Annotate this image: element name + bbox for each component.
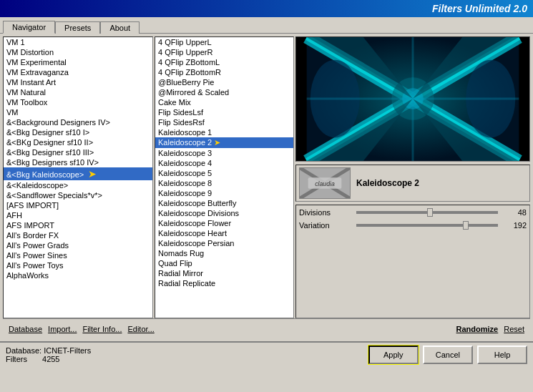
param-row: Variation192 — [299, 221, 527, 230]
slider-thumb[interactable] — [463, 221, 469, 230]
param-value: 192 — [498, 221, 527, 230]
tab-presets[interactable]: Presets — [55, 21, 100, 34]
filter-list-item[interactable]: Kaleidoscope Heart — [155, 228, 293, 238]
svg-text:claudia: claudia — [315, 180, 335, 187]
editor-button[interactable]: Editor... — [124, 323, 157, 335]
filter-list-item[interactable]: Cake Mix — [155, 97, 293, 107]
filter-list-item[interactable]: 4 QFlip ZBottomL — [155, 57, 293, 67]
list-item[interactable]: VM Toolbox — [4, 97, 152, 107]
filter-list-item[interactable]: Kaleidoscope 5 — [155, 168, 293, 178]
database-status: Database: ICNET-Filters — [6, 346, 363, 355]
content-area: VM 1VM DistortionVM ExperimentalVM Extra… — [3, 36, 530, 318]
middle-panel-container: 4 QFlip UpperL4 QFlip UpperR4 QFlip ZBot… — [155, 36, 294, 318]
params-box: Divisions48Variation192 — [295, 205, 530, 318]
filter-list-item[interactable]: Kaleidoscope Flower — [155, 218, 293, 228]
list-item[interactable]: VM Instant Art — [4, 77, 152, 87]
filter-list-item[interactable]: Kaleidoscope 3 — [155, 148, 293, 158]
filter-info-box: claudia Kaleidoscope 2 — [295, 165, 530, 202]
filter-list-item[interactable]: Flip SidesLsf — [155, 107, 293, 117]
list-item[interactable]: All's Power Sines — [4, 250, 152, 260]
list-item[interactable]: All's Border FX — [4, 230, 152, 240]
preview-image — [296, 37, 529, 161]
param-row: Divisions48 — [299, 208, 527, 217]
list-item[interactable]: VM Natural — [4, 87, 152, 97]
toolbar: Database Import... Filter Info... Editor… — [3, 318, 530, 338]
list-item[interactable]: VM 1 — [4, 37, 152, 47]
list-item[interactable]: VM Distortion — [4, 47, 152, 57]
main-content: VM 1VM DistortionVM ExperimentalVM Extra… — [0, 34, 533, 341]
list-item[interactable]: AFS IMPORT — [4, 220, 152, 230]
filters-status: Filters 4255 — [6, 355, 363, 363]
filter-list-item[interactable]: @Mirrored & Scaled — [155, 87, 293, 97]
list-item[interactable]: &<Bkg Designer sf10 I> — [4, 127, 152, 137]
filter-list-item[interactable]: Nomads Rug — [155, 248, 293, 258]
filter-list-item[interactable]: Kaleidoscope 1 — [155, 127, 293, 137]
list-item[interactable]: [AFS IMPORT] — [4, 200, 152, 210]
param-value: 48 — [498, 208, 527, 217]
list-item[interactable]: All's Power Grads — [4, 240, 152, 250]
app-title: Filters Unlimited 2.0 — [432, 3, 527, 14]
param-slider[interactable] — [356, 221, 498, 230]
database-label: Database: — [6, 346, 41, 355]
filter-list-item[interactable]: Kaleidoscope 9 — [155, 188, 293, 198]
reset-button[interactable]: Reset — [501, 323, 527, 335]
list-item[interactable]: &<Bkg Kaleidoscope> ➤ — [4, 167, 152, 180]
list-item[interactable]: VM Extravaganza — [4, 67, 152, 77]
list-item[interactable]: VM — [4, 107, 152, 117]
filters-label: Filters — [6, 355, 27, 363]
filter-thumbnail: claudia — [299, 167, 351, 199]
category-list[interactable]: VM 1VM DistortionVM ExperimentalVM Extra… — [3, 36, 153, 318]
filter-list-item[interactable]: Kaleidoscope 4 — [155, 158, 293, 168]
list-item[interactable]: &<Kaleidoscope> — [4, 180, 152, 190]
list-item[interactable]: AlphaWorks — [4, 270, 152, 280]
help-button[interactable]: Help — [477, 346, 527, 364]
tab-navigator[interactable]: Navigator — [3, 21, 55, 34]
import-button[interactable]: Import... — [45, 323, 79, 335]
filter-list-item[interactable]: 4 QFlip ZBottomR — [155, 67, 293, 77]
filter-list-item[interactable]: Kaleidoscope 8 — [155, 178, 293, 188]
status-bar: Database: ICNET-Filters Filters 4255 App… — [0, 341, 533, 367]
action-buttons: Apply Cancel Help — [368, 346, 527, 364]
tab-about[interactable]: About — [100, 21, 140, 34]
filter-list-item[interactable]: 4 QFlip UpperR — [155, 47, 293, 57]
filter-list-item[interactable]: Kaleidoscope Divisions — [155, 208, 293, 218]
param-label: Variation — [299, 221, 356, 230]
cancel-button[interactable]: Cancel — [423, 346, 473, 364]
list-item[interactable]: &<Sandflower Specials*v*> — [4, 190, 152, 200]
list-item[interactable]: VM Experimental — [4, 57, 152, 67]
filter-name-label: Kaleidoscope 2 — [356, 178, 419, 188]
filter-list-item[interactable]: Kaleidoscope 2 ➤ — [155, 137, 293, 148]
filter-list-item[interactable]: Kaleidoscope Persian — [155, 238, 293, 248]
left-panel-container: VM 1VM DistortionVM ExperimentalVM Extra… — [3, 36, 153, 318]
filter-list-item[interactable]: @BlueBerry Pie — [155, 77, 293, 87]
database-button[interactable]: Database — [6, 323, 45, 335]
list-item[interactable]: &<Background Designers IV> — [4, 117, 152, 127]
right-panel: claudia Kaleidoscope 2 Divisions48Variat… — [295, 36, 530, 318]
filter-list-item[interactable]: Radial Replicate — [155, 278, 293, 288]
list-item[interactable]: &<Bkg Designer sf10 III> — [4, 147, 152, 157]
filter-list-item[interactable]: Radial Mirror — [155, 268, 293, 278]
apply-button[interactable]: Apply — [368, 346, 419, 364]
title-bar: Filters Unlimited 2.0 — [0, 0, 533, 17]
list-item[interactable]: AFH — [4, 210, 152, 220]
filter-list-item[interactable]: Kaleidoscope Butterfly — [155, 198, 293, 208]
filter-info-button[interactable]: Filter Info... — [79, 323, 124, 335]
param-label: Divisions — [299, 208, 356, 217]
list-item[interactable]: &<BKg Designer sf10 II> — [4, 137, 152, 147]
filter-list-item[interactable]: 4 QFlip UpperL — [155, 37, 293, 47]
status-info: Database: ICNET-Filters Filters 4255 — [6, 346, 363, 363]
tab-bar: Navigator Presets About — [0, 17, 533, 34]
preview-box — [295, 36, 530, 162]
randomize-button[interactable]: Randomize — [454, 323, 502, 335]
filter-list-item[interactable]: Flip SidesRsf — [155, 117, 293, 127]
filters-value: 4255 — [42, 355, 59, 363]
list-item[interactable]: &<Bkg Designers sf10 IV> — [4, 157, 152, 167]
filter-list[interactable]: 4 QFlip UpperL4 QFlip UpperR4 QFlip ZBot… — [155, 36, 294, 318]
database-value: ICNET-Filters — [44, 346, 91, 355]
filter-list-item[interactable]: Quad Flip — [155, 258, 293, 268]
slider-thumb[interactable] — [427, 208, 433, 217]
param-slider[interactable] — [356, 208, 498, 217]
list-item[interactable]: All's Power Toys — [4, 260, 152, 270]
